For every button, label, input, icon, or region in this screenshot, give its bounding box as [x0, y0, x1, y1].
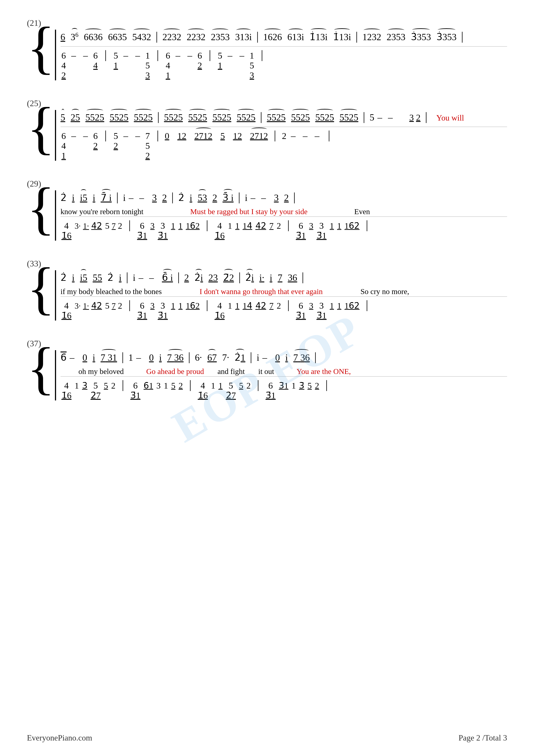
note: 3 2 — [409, 112, 420, 123]
slur-group: 2̇i — [245, 272, 254, 283]
dash: – — [135, 50, 140, 61]
slur-group: 7̄ i — [101, 192, 112, 203]
bar: | — [116, 190, 118, 203]
staff-lines-25: 5 25 5525 5525 5525 — [55, 110, 507, 161]
bass-row-33: 41̇6 3· 1· 4̇2̇ 5 7 2 | 63̄1 3 33̄1 — [61, 296, 507, 320]
dash: – — [70, 352, 74, 363]
bass-row-37: 41̇6 1 3̇ 52̇7 5 2 | 63̄1 6̄1 3 1 — [61, 376, 507, 400]
note: i — [257, 352, 259, 363]
slur-group: 5525 — [188, 112, 207, 123]
section-21: (21) { 6 36 6636 6635 — [27, 18, 507, 80]
section-37: (37) { 6̄ – 0 i 7 31 | — [27, 338, 507, 400]
brace-37: { — [27, 350, 55, 400]
bass-chord: 51 — [218, 51, 222, 70]
lyric-you-will: You will — [436, 113, 464, 122]
bar: | — [425, 110, 427, 123]
dash: – — [240, 50, 244, 61]
slur-group: 5 — [61, 112, 65, 123]
slur-group: 6636 — [84, 32, 103, 42]
lyric-and-fight: and fight — [217, 367, 245, 376]
bar: | — [261, 48, 263, 61]
section-number-25: (25) — [27, 98, 507, 108]
bass-row-25: 641 – – 62 | 52 – – 752 | — [61, 126, 507, 161]
note: 0 — [165, 131, 169, 141]
note: 6̄ — [61, 352, 66, 363]
bar: | — [129, 298, 131, 311]
dash: – — [139, 272, 143, 283]
page: EOP EOP (21) { 6 36 6636 — [0, 0, 534, 756]
bass-chord: 52̇7 — [90, 381, 101, 400]
bass-chord: 153 — [250, 51, 254, 80]
treble-row-25: 5 25 5525 5525 5525 — [61, 110, 507, 126]
bass-chord: 33̄1 — [317, 221, 326, 241]
brace-25: { — [27, 110, 55, 161]
lyric-text: if my body bleached to the bones — [61, 287, 162, 296]
dash: – — [139, 192, 144, 203]
note: 6 — [61, 32, 65, 42]
dash: – — [291, 130, 295, 141]
bass-chord: 62 — [198, 51, 202, 70]
bass-chord: 51 — [114, 51, 118, 70]
bar: | — [156, 30, 158, 43]
bass-chord: 33̄1 — [158, 301, 168, 320]
bar: | — [239, 270, 241, 284]
note: 12 — [177, 131, 186, 141]
slur-group: 5525 — [291, 112, 310, 123]
dash: – — [71, 130, 76, 141]
lyric-text: know you're reborn tonight — [61, 207, 143, 216]
bar: | — [206, 218, 208, 231]
bar: | — [293, 190, 295, 203]
bass-chord: 64 — [93, 51, 98, 70]
staff-lines-29: 2̇ i i5 i 7̄ i | i – – — [55, 190, 507, 241]
dash: – — [123, 50, 128, 61]
bar: | — [363, 110, 365, 123]
grand-staff-33: { 2̇ i i5 55 2̇ i | — [27, 270, 507, 320]
bar: | — [260, 110, 262, 123]
bass-chord: 63̄1 — [137, 221, 147, 241]
slur-group: 6̄ i — [162, 272, 173, 283]
bass-chord: 63̄1 — [266, 381, 276, 400]
bass-chord: 41̇6 — [215, 301, 225, 320]
bar: | — [105, 128, 107, 142]
staff-lines-33: 2̇ i i5 55 2̇ i | i – – — [55, 270, 507, 320]
treble-row-29: 2̇ i i5 i 7̄ i | i – – — [61, 190, 507, 206]
bass-chord: 62 — [93, 131, 98, 151]
slur-group: 2712 — [194, 131, 213, 141]
bar: | — [122, 378, 124, 391]
dash: – — [188, 50, 192, 61]
slur-group: 5525 — [164, 112, 183, 123]
bar: | — [325, 378, 328, 391]
lyric-you-are-one: You are the ONE, — [296, 367, 351, 376]
lyric-it-out: it out — [258, 367, 274, 376]
slur-group: 2̄2 — [223, 272, 234, 283]
bass-chord: 41̇6 — [62, 221, 71, 241]
dash: – — [250, 192, 255, 203]
dash: – — [129, 192, 134, 203]
lyric-go-ahead: Go ahead be proud — [146, 367, 204, 376]
slur-group: 5525 — [86, 112, 104, 123]
grand-staff-25: { 5 25 5525 5525 — [27, 110, 507, 161]
slur-group: 1̇13i — [333, 31, 351, 42]
note: 6· — [195, 352, 202, 363]
bar: | — [366, 218, 368, 231]
section-number-37: (37) — [27, 338, 507, 348]
bass-row-21: 642 – – 64 | 51 – – 153 | — [61, 46, 507, 80]
note: i — [123, 192, 126, 203]
note: i — [133, 272, 136, 283]
bar: | — [461, 30, 463, 43]
bar: | — [314, 350, 317, 364]
brace-29: { — [27, 190, 55, 241]
dash: – — [228, 50, 232, 61]
slur-group: 36 — [71, 31, 79, 42]
grand-staff-21: { 6 36 6636 6635 — [27, 30, 507, 80]
slur-group: 5525 — [237, 112, 255, 123]
bar: | — [105, 48, 107, 61]
slur-group: 5432 — [132, 32, 151, 42]
dash: – — [136, 352, 141, 363]
slur-group: 7 31 — [100, 352, 117, 363]
dash: – — [83, 50, 88, 61]
bass-chord: 641 — [166, 51, 170, 80]
dash: – — [83, 130, 88, 141]
slur-group: 2232 — [187, 32, 205, 42]
slur-group: 53 — [198, 192, 207, 203]
